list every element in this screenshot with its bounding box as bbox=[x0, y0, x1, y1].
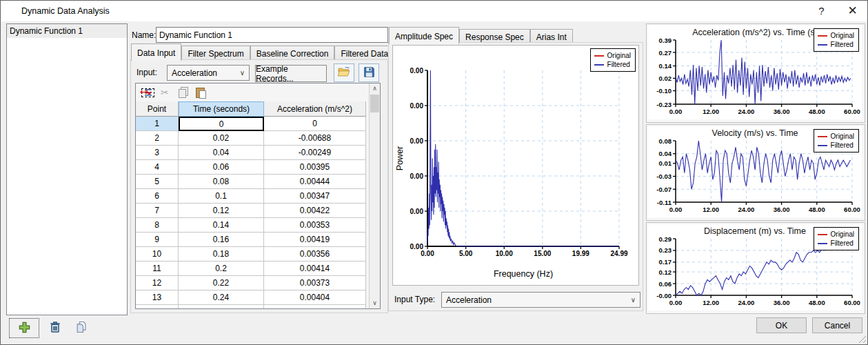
svg-text:24.00: 24.00 bbox=[738, 299, 755, 306]
row-number-cell[interactable]: 12 bbox=[136, 276, 179, 290]
legend-label: Original bbox=[831, 132, 854, 140]
row-number-cell[interactable]: 11 bbox=[136, 262, 179, 276]
ok-button[interactable]: OK bbox=[756, 317, 807, 333]
close-button[interactable]: ✕ bbox=[837, 1, 868, 21]
table-row: 130.240.00404 bbox=[136, 290, 366, 305]
add-function-button[interactable] bbox=[9, 318, 39, 338]
data-cell[interactable]: 0.00347 bbox=[264, 189, 366, 204]
scroll-down-icon[interactable]: ∨ bbox=[370, 298, 380, 308]
input-type-combobox[interactable]: Acceleration ∨ bbox=[441, 292, 640, 308]
data-cell[interactable]: 0.00414 bbox=[264, 262, 366, 276]
row-number-cell[interactable]: 14 bbox=[136, 305, 179, 309]
legend-line-icon bbox=[818, 44, 827, 46]
title-bar[interactable]: Dynamic Data Analysis ? ✕ bbox=[1, 1, 867, 21]
delete-function-button[interactable] bbox=[46, 319, 64, 337]
data-cell[interactable]: 0 bbox=[179, 117, 264, 131]
column-header-acceleration[interactable]: Acceleration (m/s^2) bbox=[264, 101, 366, 117]
data-cell[interactable]: 0.24 bbox=[179, 290, 264, 305]
table-scrollbar[interactable]: ∧ ∨ bbox=[369, 83, 380, 308]
data-cell[interactable]: 0.14 bbox=[179, 218, 264, 233]
row-number-cell[interactable]: 10 bbox=[136, 247, 179, 262]
data-cell[interactable]: 0.04 bbox=[179, 146, 264, 160]
acceleration-chart-box: 0.0012.0024.0036.0048.0060.000.390.270.1… bbox=[646, 23, 865, 123]
tab-baseline-correction[interactable]: Baseline Correction bbox=[250, 46, 335, 61]
data-cell[interactable]: 0.22 bbox=[179, 276, 264, 290]
add-row-icon[interactable]: + bbox=[141, 87, 152, 98]
svg-text:0.00: 0.00 bbox=[410, 67, 424, 75]
tab-data-input[interactable]: Data Input bbox=[131, 43, 181, 61]
data-cell[interactable]: 0.06 bbox=[179, 160, 264, 175]
save-button[interactable] bbox=[359, 63, 379, 82]
data-cell[interactable]: 0.16 bbox=[179, 233, 264, 247]
legend-line-icon bbox=[818, 145, 827, 146]
row-number-cell[interactable]: 5 bbox=[136, 175, 179, 189]
data-cell[interactable]: 0.00404 bbox=[264, 290, 366, 305]
data-cell[interactable]: 0.08 bbox=[179, 175, 264, 189]
row-number-cell[interactable]: 9 bbox=[136, 233, 179, 247]
row-number-cell[interactable]: 3 bbox=[136, 146, 179, 160]
row-number-cell[interactable]: 4 bbox=[136, 160, 179, 175]
data-cell[interactable]: 0.2 bbox=[179, 262, 264, 276]
svg-text:60.00: 60.00 bbox=[844, 206, 860, 213]
data-cell[interactable]: 0.00419 bbox=[264, 233, 366, 247]
data-cell[interactable]: 0.00395 bbox=[264, 160, 366, 175]
row-number-cell[interactable]: 2 bbox=[136, 131, 179, 146]
copy-rows-icon[interactable] bbox=[178, 87, 189, 98]
data-cell[interactable]: 0.00356 bbox=[264, 247, 366, 262]
svg-text:48.00: 48.00 bbox=[809, 299, 825, 306]
scrollbar-thumb[interactable] bbox=[370, 95, 379, 112]
tab-filtered-data[interactable]: Filtered Data bbox=[334, 46, 394, 61]
data-cell[interactable]: 0.26 bbox=[179, 305, 264, 309]
legend-label: Original bbox=[831, 32, 854, 39]
resize-grip[interactable] bbox=[857, 334, 866, 343]
input-label: Input: bbox=[137, 68, 157, 77]
example-records-button[interactable]: Example Records... bbox=[255, 65, 327, 82]
help-button[interactable]: ? bbox=[806, 1, 837, 21]
data-cell[interactable]: 0.12 bbox=[179, 204, 264, 218]
tab-filter-spectrum[interactable]: Filter Spectrum bbox=[181, 46, 250, 61]
chart-legend: OriginalFiltered bbox=[814, 129, 859, 152]
data-cell[interactable]: 0.00373 bbox=[264, 276, 366, 290]
function-list-item[interactable]: Dynamic Function 1 bbox=[7, 24, 127, 38]
scroll-up-icon[interactable]: ∧ bbox=[370, 83, 380, 94]
data-tab-bar: Data InputFilter SpectrumBaseline Correc… bbox=[131, 43, 394, 61]
row-number-cell[interactable]: 7 bbox=[136, 204, 179, 218]
legend-label: Filtered bbox=[607, 61, 630, 68]
svg-text:24.00: 24.00 bbox=[738, 206, 755, 213]
svg-text:5.00: 5.00 bbox=[459, 250, 473, 257]
row-number-cell[interactable]: 6 bbox=[136, 189, 179, 204]
data-cell[interactable]: 0.1 bbox=[179, 189, 264, 204]
legend-label: Filtered bbox=[831, 41, 854, 48]
row-number-cell[interactable]: 1 bbox=[136, 117, 179, 131]
column-header-point[interactable]: Point bbox=[136, 101, 179, 117]
svg-text:0.23: 0.23 bbox=[659, 246, 672, 254]
data-cell[interactable]: 0.00063 bbox=[264, 305, 366, 309]
table-row: 120.220.00373 bbox=[136, 276, 366, 290]
function-list[interactable]: Dynamic Function 1 bbox=[6, 23, 128, 315]
column-header-time[interactable]: Time (seconds) bbox=[179, 101, 264, 117]
legend-line-icon bbox=[818, 243, 827, 244]
data-cell[interactable]: -0.00249 bbox=[264, 146, 366, 160]
svg-text:0.00: 0.00 bbox=[410, 102, 424, 110]
displacement-chart-box: 0.0012.0024.0036.0048.0060.000.290.230.1… bbox=[646, 222, 865, 314]
row-number-cell[interactable]: 8 bbox=[136, 218, 179, 233]
open-file-button[interactable] bbox=[334, 63, 354, 82]
data-cell[interactable]: 0.00422 bbox=[264, 204, 366, 218]
svg-text:0.00: 0.00 bbox=[669, 299, 683, 306]
table-toolbar: ✂ ↤ ✕ + bbox=[136, 83, 381, 101]
data-cell[interactable]: 0.00444 bbox=[264, 175, 366, 189]
row-number-cell[interactable]: 13 bbox=[136, 290, 179, 305]
name-input[interactable] bbox=[156, 27, 388, 43]
cut-icon[interactable]: ✂ bbox=[161, 87, 172, 98]
data-cell[interactable]: 0 bbox=[264, 117, 366, 131]
data-cell[interactable]: 0.18 bbox=[179, 247, 264, 262]
tab-amplitude-spec[interactable]: Amplitude Spec bbox=[389, 27, 459, 44]
data-cell[interactable]: -0.00688 bbox=[264, 131, 366, 146]
duplicate-function-button[interactable] bbox=[72, 319, 90, 337]
data-cell[interactable]: 0.02 bbox=[179, 131, 264, 146]
paste-icon[interactable] bbox=[195, 87, 206, 98]
input-combobox[interactable]: Acceleration ∨ bbox=[167, 65, 250, 81]
data-cell[interactable]: 0.00353 bbox=[264, 218, 366, 233]
svg-text:24.99: 24.99 bbox=[610, 250, 627, 257]
cancel-button[interactable]: Cancel bbox=[812, 317, 862, 333]
